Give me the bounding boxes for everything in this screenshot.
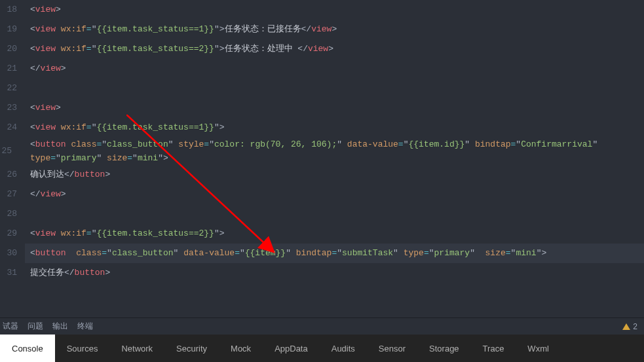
mid-tab-row: 试器 问题 输出 终端 2 xyxy=(0,317,644,335)
line-number: 23 xyxy=(0,98,17,118)
code-line[interactable]: <button class="class_button" data-value=… xyxy=(25,244,644,263)
code-line[interactable]: </view> xyxy=(25,185,644,204)
panel-tab-mock[interactable]: Mock xyxy=(219,335,263,362)
panel-tab-wxml[interactable]: Wxml xyxy=(516,335,561,362)
panel-tab-appdata[interactable]: AppData xyxy=(263,335,320,362)
devtools-tab-row: Console Sources Network Security Mock Ap… xyxy=(0,335,644,362)
code-line[interactable]: <view wx:if="{{item.task_status==2}}">任务… xyxy=(25,39,644,59)
tab-debugger[interactable]: 试器 xyxy=(3,321,18,332)
line-number: 30 xyxy=(0,244,17,263)
panel-tab-sources[interactable]: Sources xyxy=(55,335,110,362)
code-line[interactable] xyxy=(25,204,644,224)
code-line[interactable]: </view> xyxy=(25,59,644,79)
code-line[interactable]: <view> xyxy=(25,0,644,20)
code-line[interactable] xyxy=(25,79,644,98)
warning-badge[interactable]: 2 xyxy=(622,322,637,331)
line-number: 20 xyxy=(0,39,17,59)
panel-tab-trace[interactable]: Trace xyxy=(471,335,516,362)
panel-tab-audits[interactable]: Audits xyxy=(320,335,367,362)
tab-terminal[interactable]: 终端 xyxy=(77,321,93,332)
line-number: 21 xyxy=(0,59,17,79)
tab-problems[interactable]: 问题 xyxy=(28,321,43,332)
code-line[interactable]: <view wx:if="{{item.task_status==1}}"> xyxy=(25,118,644,137)
code-line[interactable]: <view> xyxy=(25,98,644,118)
panel-tab-storage[interactable]: Storage xyxy=(417,335,471,362)
line-number: 22 xyxy=(0,79,17,98)
line-number: 18 xyxy=(0,0,17,20)
line-number: 27 xyxy=(0,185,17,204)
code-line[interactable]: 提交任务</button> xyxy=(25,263,644,283)
line-number: 25 xyxy=(0,137,17,165)
line-number: 29 xyxy=(0,224,17,244)
warning-icon xyxy=(622,323,630,330)
line-number: 26 xyxy=(0,165,17,185)
code-line[interactable]: 确认到达</button> xyxy=(25,165,644,185)
panel-tab-security[interactable]: Security xyxy=(164,335,219,362)
line-number: 28 xyxy=(0,204,17,224)
panel-tab-sensor[interactable]: Sensor xyxy=(367,335,417,362)
tab-output[interactable]: 输出 xyxy=(52,321,68,332)
code-editor[interactable]: 18 19 20 21 22 23 24 25 26 27 28 29 30 3… xyxy=(0,0,644,317)
warning-count: 2 xyxy=(633,322,637,331)
line-number: 31 xyxy=(0,263,17,283)
line-gutter: 18 19 20 21 22 23 24 25 26 27 28 29 30 3… xyxy=(0,0,25,317)
line-number: 19 xyxy=(0,20,17,39)
code-line[interactable]: <view wx:if="{{item.task_status==1}}">任务… xyxy=(25,20,644,39)
code-line[interactable]: <button class="class_button" style="colo… xyxy=(25,137,644,165)
code-area[interactable]: <view> <view wx:if="{{item.task_status==… xyxy=(25,0,644,317)
line-number: 24 xyxy=(0,118,17,137)
panel-tab-console[interactable]: Console xyxy=(0,335,55,362)
panel-tab-network[interactable]: Network xyxy=(109,335,164,362)
code-line[interactable]: <view wx:if="{{item.task_status==2}}"> xyxy=(25,224,644,244)
